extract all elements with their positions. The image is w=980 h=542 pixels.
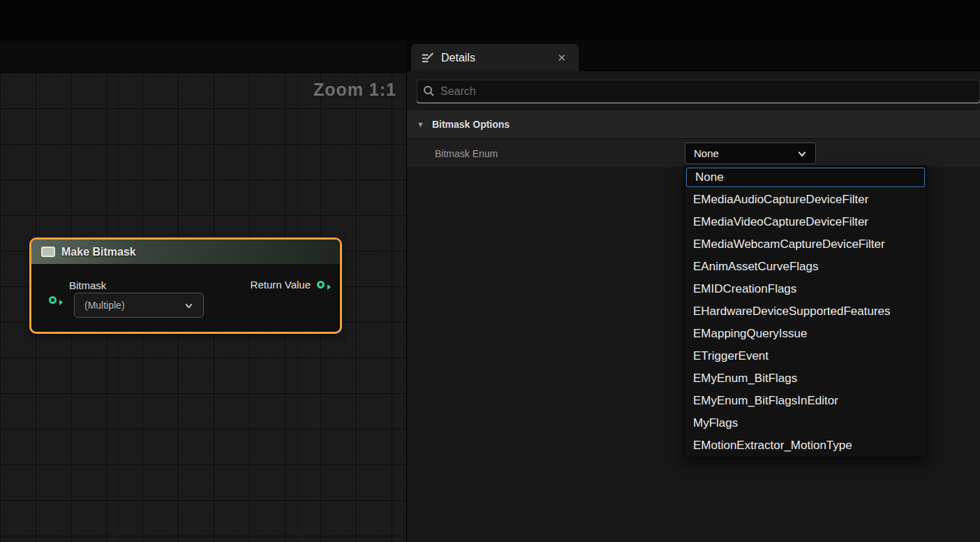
bitmask-value-dropdown[interactable]: (Multiple) bbox=[74, 293, 204, 318]
category-title: Bitmask Options bbox=[432, 119, 510, 130]
bitmask-input-pin-icon[interactable] bbox=[49, 296, 57, 304]
tab-title: Details bbox=[441, 52, 554, 64]
make-struct-icon bbox=[41, 247, 55, 257]
return-value-output-pin-icon[interactable] bbox=[317, 281, 325, 288]
dropdown-item[interactable]: EMyEnum_BitFlags bbox=[685, 367, 926, 390]
bitmask-enum-dropdown-menu: None EMediaAudioCaptureDeviceFilter EMed… bbox=[684, 166, 927, 457]
details-icon bbox=[421, 51, 434, 64]
zoom-level-label: Zoom 1:1 bbox=[313, 80, 396, 100]
blueprint-graph-panel: Zoom 1:1 Make Bitmask Bitmask (Multiple)… bbox=[0, 41, 406, 542]
details-panel: Details ✕ ▼ Bitmask Options Bitmask Enum… bbox=[406, 41, 980, 542]
dropdown-item[interactable]: EAnimAssetCurveFlags bbox=[685, 256, 926, 278]
category-bitmask-options[interactable]: ▼ Bitmask Options bbox=[407, 110, 980, 139]
dropdown-item[interactable]: EMIDCreationFlags bbox=[685, 278, 926, 300]
combobox-value: None bbox=[694, 147, 719, 159]
dropdown-item[interactable]: EMediaWebcamCaptureDeviceFilter bbox=[685, 233, 926, 256]
tab-details[interactable]: Details ✕ bbox=[411, 44, 579, 71]
chevron-down-icon bbox=[797, 149, 807, 159]
bitmask-enum-combobox[interactable]: None bbox=[685, 142, 816, 164]
make-bitmask-node[interactable]: Make Bitmask Bitmask (Multiple) Return V… bbox=[29, 237, 342, 334]
details-tab-bar: Details ✕ bbox=[407, 41, 980, 71]
search-input[interactable] bbox=[440, 85, 974, 98]
dropdown-item[interactable]: EMediaVideoCaptureDeviceFilter bbox=[685, 211, 926, 233]
dropdown-item[interactable]: EMediaAudioCaptureDeviceFilter bbox=[685, 189, 926, 211]
dropdown-item[interactable]: ETriggerEvent bbox=[685, 345, 926, 367]
dropdown-item[interactable]: EHardwareDeviceSupportedFeatures bbox=[685, 300, 926, 323]
bitmask-value-text: (Multiple) bbox=[84, 300, 125, 311]
search-icon bbox=[423, 85, 435, 97]
dropdown-item[interactable]: EMotionExtractor_MotionType bbox=[685, 434, 926, 457]
dropdown-item[interactable]: EMyEnum_BitFlagsInEditor bbox=[685, 390, 926, 412]
node-title: Make Bitmask bbox=[61, 246, 136, 258]
collapse-arrow-icon[interactable]: ▼ bbox=[417, 120, 424, 129]
graph-header-strip bbox=[0, 41, 406, 73]
chevron-down-icon bbox=[184, 301, 193, 310]
unreal-editor-window: Zoom 1:1 Make Bitmask Bitmask (Multiple)… bbox=[0, 0, 980, 542]
property-row-bitmask-enum: Bitmask Enum None bbox=[407, 139, 980, 168]
search-box[interactable] bbox=[417, 80, 980, 103]
graph-canvas[interactable]: Zoom 1:1 Make Bitmask Bitmask (Multiple)… bbox=[0, 73, 406, 542]
input-pin-label: Bitmask bbox=[69, 279, 106, 291]
output-pin-group: Return Value bbox=[251, 279, 325, 291]
top-bar bbox=[0, 0, 980, 41]
dropdown-item[interactable]: MyFlags bbox=[685, 412, 926, 434]
close-icon[interactable]: ✕ bbox=[554, 50, 569, 66]
search-row bbox=[407, 71, 980, 110]
dropdown-item[interactable]: None bbox=[686, 168, 925, 187]
output-pin-label: Return Value bbox=[251, 279, 311, 291]
property-label: Bitmask Enum bbox=[435, 148, 679, 159]
dropdown-item[interactable]: EMappingQueryIssue bbox=[685, 323, 926, 345]
node-header[interactable]: Make Bitmask bbox=[31, 240, 340, 265]
